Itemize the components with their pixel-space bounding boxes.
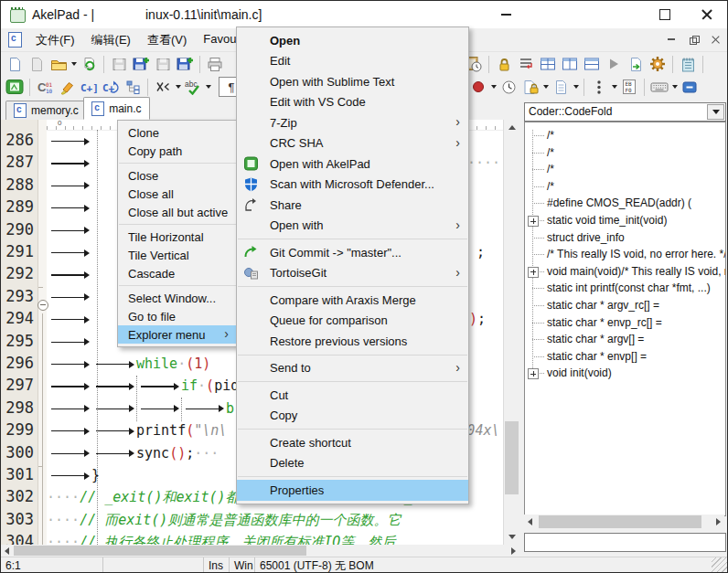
new-doc-dis-icon[interactable]	[26, 54, 48, 75]
reload-icon[interactable]	[78, 54, 100, 75]
menu-item-compare-with-araxis-merge[interactable]: Compare with Araxis Merge	[237, 290, 468, 311]
expand-plus-icon[interactable]	[528, 216, 539, 227]
scroll-down-icon[interactable]	[504, 529, 519, 545]
menu-item-clone[interactable]: Clone	[118, 123, 237, 142]
file-plain-icon[interactable]	[550, 77, 572, 98]
keyboard-icon[interactable]	[648, 77, 670, 98]
menu-item-explorer-menu[interactable]: Explorer menu›	[118, 325, 237, 344]
menu-item-copy-path[interactable]: Copy path	[118, 142, 237, 160]
dropdown-arrow-icon[interactable]	[541, 77, 550, 98]
expand-plus-icon[interactable]	[528, 267, 539, 278]
cpp-loop-icon[interactable]: C+	[100, 77, 122, 98]
menu-item-go-to-file[interactable]: Go to file	[118, 307, 237, 325]
ebfo-icon[interactable]: EBF0	[618, 77, 640, 98]
new-doc-icon[interactable]	[4, 54, 26, 75]
menu-item-create-shortcut[interactable]: Create shortcut	[237, 432, 468, 453]
spell-icon[interactable]: abc	[182, 77, 204, 98]
collapse-icon[interactable]	[152, 77, 174, 98]
menu-v[interactable]: 查看(V)	[139, 29, 195, 51]
hl-icon[interactable]	[56, 77, 78, 98]
chevron-down-icon[interactable]	[707, 104, 724, 120]
mdi-minimize-button[interactable]	[663, 32, 680, 47]
doc-go-icon[interactable]	[625, 54, 647, 75]
scroll-left-icon[interactable]	[524, 515, 536, 527]
menu-item-git-commit-master[interactable]: Git Commit -> "master"...	[237, 242, 468, 263]
editor-horizontal-scrollbar[interactable]	[1, 545, 519, 557]
panel-splitter[interactable]	[519, 99, 523, 557]
menu-item-send-to[interactable]: Send to›	[237, 358, 468, 379]
tile2v-icon[interactable]	[559, 54, 581, 75]
scroll-right-icon[interactable]	[508, 545, 519, 557]
tree-horizontal-scrollbar[interactable]	[524, 515, 724, 529]
scroll-up-icon[interactable]	[504, 120, 519, 135]
codefold-plugin-combo[interactable]: Coder::CodeFold	[524, 102, 726, 122]
menu-item-share[interactable]: Share	[237, 195, 468, 216]
expand-plus-icon[interactable]	[528, 368, 539, 379]
save-dis-icon[interactable]	[152, 54, 174, 75]
tree-item[interactable]: struct drive_info	[525, 229, 725, 247]
menu-item-copy[interactable]: Copy	[237, 406, 468, 427]
mdi-close-button[interactable]	[707, 32, 723, 47]
coder-icon[interactable]: C0110	[34, 77, 56, 98]
tree-item[interactable]: void init(void)	[525, 365, 725, 382]
tree-item[interactable]: static char * argv[] =	[525, 331, 725, 348]
menu-item-edit-with-vs-code[interactable]: Edit with VS Code	[237, 92, 468, 113]
save-all-icon[interactable]	[174, 54, 196, 75]
tree-item[interactable]: void main(void)/* This really IS void, n…	[525, 263, 725, 281]
vdots-icon[interactable]	[588, 77, 610, 98]
resize-grip-icon[interactable]	[712, 557, 727, 573]
blue-min-icon[interactable]	[679, 77, 701, 98]
menu-item-crc-sha[interactable]: CRC SHA›	[237, 133, 468, 154]
scroll-left-icon[interactable]	[1, 545, 13, 557]
menu-item-tile-horizontal[interactable]: Tile Horizontal	[118, 228, 237, 246]
tree-item[interactable]: static char * envp[] =	[525, 348, 725, 366]
tree-item[interactable]: /*	[525, 161, 725, 178]
akelpad-icon[interactable]	[4, 77, 26, 98]
tab-memory-c[interactable]: cmemory.c	[5, 101, 87, 120]
menu-item-tile-vertical[interactable]: Tile Vertical	[118, 246, 237, 264]
maximize-button[interactable]	[650, 1, 680, 28]
play-icon[interactable]	[603, 54, 625, 75]
lock-icon[interactable]	[493, 54, 515, 75]
tree-item[interactable]: /*	[525, 178, 725, 196]
notepad-icon[interactable]	[677, 54, 699, 75]
menu-item-close-all-but-active[interactable]: Close all but active	[118, 203, 237, 221]
menu-item-queue-for-comparison[interactable]: Queue for comparison	[237, 311, 468, 332]
open-folder-icon[interactable]	[48, 54, 70, 75]
gear-icon[interactable]	[647, 54, 669, 75]
menu-item-scan-with-microsoft-defender[interactable]: Scan with Microsoft Defender...	[237, 175, 468, 196]
rec-icon[interactable]	[467, 77, 489, 98]
nodes-icon[interactable]	[122, 77, 144, 98]
dropdown-arrow-icon[interactable]	[70, 54, 78, 75]
menu-item-close-all[interactable]: Close all	[118, 185, 237, 203]
editor-vertical-scrollbar[interactable]	[503, 120, 519, 545]
wrap-icon[interactable]	[515, 54, 537, 75]
tab-main-c[interactable]: cmain.c	[83, 97, 149, 120]
dropdown-arrow-icon[interactable]	[572, 77, 580, 98]
tile2h-icon[interactable]	[581, 54, 603, 75]
menu-item-7-zip[interactable]: 7-Zip›	[237, 112, 468, 133]
close-button[interactable]	[692, 1, 722, 28]
menu-item-select-window[interactable]: Select Window...	[118, 289, 237, 307]
dropdown-arrow-icon[interactable]	[174, 77, 182, 98]
menu-item-close[interactable]: Close	[118, 166, 237, 185]
scrollbar-thumb[interactable]	[539, 515, 701, 528]
minimize-button[interactable]	[491, 1, 520, 28]
tree-item[interactable]: #define CMOS_READ(addr) (	[525, 195, 725, 212]
file-lock-icon[interactable]	[519, 77, 541, 98]
mdi-restore-button[interactable]	[685, 32, 701, 47]
tree-item[interactable]: static char * argv_rc[] =	[525, 297, 725, 314]
menu-item-tortoisegit[interactable]: TortoiseGit›	[237, 263, 468, 284]
cpp-add-icon[interactable]: C+]	[78, 77, 100, 98]
menu-item-open-with-akelpad[interactable]: Open with AkelPad	[237, 154, 468, 175]
print-icon[interactable]	[204, 54, 226, 75]
codefold-tree[interactable]: /*/*/*/*#define CMOS_READ(addr) (static …	[524, 122, 726, 516]
menu-e[interactable]: 编辑(E)	[83, 29, 139, 51]
dropdown-arrow-icon[interactable]	[489, 77, 498, 98]
tree-item[interactable]: /*	[525, 127, 725, 144]
tree-item[interactable]: /*	[525, 144, 725, 162]
dropdown-arrow-icon[interactable]	[204, 77, 212, 98]
menu-item-cut[interactable]: Cut	[237, 385, 468, 406]
menu-item-edit[interactable]: Edit	[237, 51, 468, 72]
menu-item-open-with[interactable]: Open with›	[237, 216, 468, 237]
